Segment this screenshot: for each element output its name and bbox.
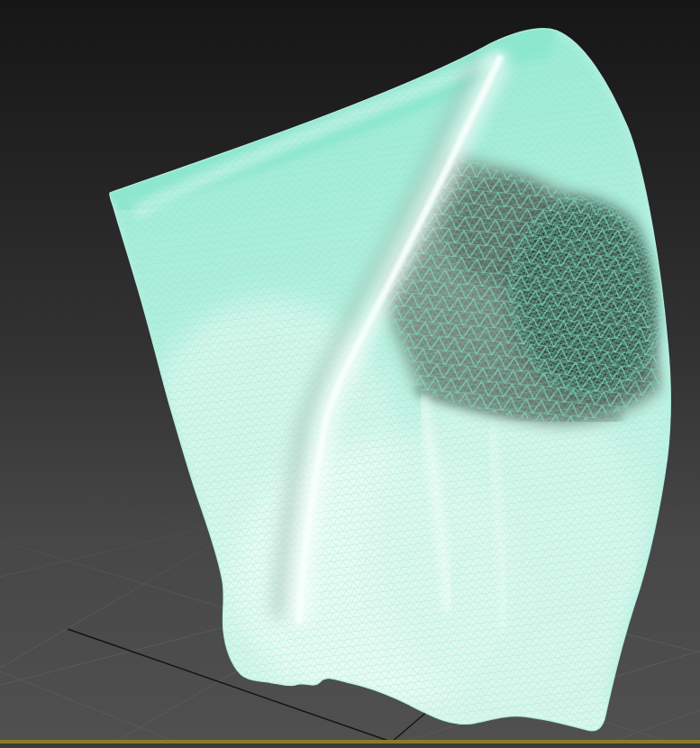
viewport-canvas[interactable] (0, 0, 700, 748)
viewport[interactable] (0, 0, 700, 748)
cloth-mesh-object[interactable] (0, 0, 700, 748)
statusbar-strip (0, 743, 700, 748)
